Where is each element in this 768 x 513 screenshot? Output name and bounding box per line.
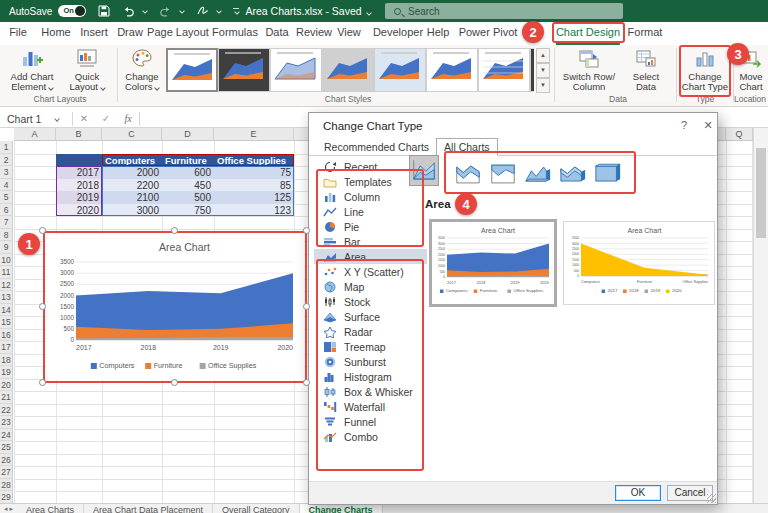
column-header-d[interactable]: D <box>162 128 214 141</box>
select-data-button[interactable]: Select Data <box>624 48 668 92</box>
chart-type-surface[interactable]: Surface <box>314 309 427 324</box>
chart-style-thumb-3[interactable] <box>270 48 322 92</box>
row-header-20[interactable]: 20 <box>0 379 13 392</box>
ribbon-tab-file[interactable]: File <box>9 22 27 43</box>
chart-style-thumb-4[interactable] <box>322 48 374 92</box>
row-header-17[interactable]: 17 <box>0 341 13 354</box>
selection-handle[interactable] <box>303 303 310 310</box>
autosave-toggle[interactable]: On <box>58 5 86 17</box>
row-header-27[interactable]: 27 <box>0 466 13 479</box>
column-header-a[interactable]: A <box>14 128 56 141</box>
quick-layout-button[interactable]: Quick Layout <box>62 48 112 92</box>
chart-type-line[interactable]: Line <box>314 204 427 219</box>
subtype-3-d-100-stacked-area[interactable] <box>593 159 623 190</box>
embedded-area-chart[interactable]: Area Chart050010001500200025003000350020… <box>46 234 304 380</box>
selection-handle[interactable] <box>39 227 46 234</box>
selection-handle[interactable] <box>303 379 310 386</box>
row-header-25[interactable]: 25 <box>0 441 13 454</box>
cell-b2[interactable] <box>56 154 102 167</box>
column-header-q[interactable]: Q <box>726 128 753 141</box>
tab-all-charts[interactable]: All Charts <box>436 138 498 156</box>
enter-entry-icon[interactable]: ✓ <box>95 113 117 124</box>
row-header-5[interactable]: 5 <box>0 191 13 204</box>
cell-value[interactable]: 2000 <box>102 166 162 179</box>
chart-style-thumb-8[interactable] <box>530 48 534 92</box>
chart-style-thumb-2[interactable] <box>218 48 270 92</box>
ribbon-tab-help[interactable]: Help <box>427 22 450 43</box>
cell-header-furniture[interactable]: Furniture <box>162 154 214 167</box>
ribbon-tab-format[interactable]: Format <box>628 22 663 43</box>
ribbon-tab-power-pivot[interactable]: Power Pivot <box>459 22 518 43</box>
selection-handle[interactable] <box>171 379 178 386</box>
row-header-7[interactable]: 7 <box>0 216 13 229</box>
sheet-tab-area-charts[interactable]: Area Charts <box>17 504 84 513</box>
row-header-28[interactable]: 28 <box>0 479 13 492</box>
row-header-23[interactable]: 23 <box>0 416 13 429</box>
sheet-tab-change-charts[interactable]: Change Charts <box>300 504 383 513</box>
chart-style-thumb-1[interactable] <box>166 48 218 92</box>
ribbon-tab-review[interactable]: Review <box>296 22 332 43</box>
cell-value[interactable]: 500 <box>162 191 214 204</box>
ribbon-tab-data[interactable]: Data <box>265 22 288 43</box>
cell-value[interactable]: 123 <box>214 204 294 217</box>
row-header-14[interactable]: 14 <box>0 304 13 317</box>
subtype-3-d-area[interactable] <box>523 159 553 190</box>
dialog-help-button[interactable]: ? <box>677 119 691 131</box>
chart-type-box-whisker[interactable]: Box & Whisker <box>314 384 427 399</box>
row-header-12[interactable]: 12 <box>0 279 13 292</box>
cell-value[interactable]: 2200 <box>102 179 162 192</box>
cell-year-2019[interactable]: 2019 <box>56 191 102 204</box>
chart-style-thumb-5[interactable] <box>374 48 426 92</box>
selection-handle[interactable] <box>39 303 46 310</box>
subtype-2-d-area[interactable] <box>409 155 439 186</box>
chart-type-pie[interactable]: Pie <box>314 219 427 234</box>
cell-value[interactable]: 2100 <box>102 191 162 204</box>
chart-type-funnel[interactable]: Funnel <box>314 414 427 429</box>
row-header-10[interactable]: 10 <box>0 254 13 267</box>
row-header-8[interactable]: 8 <box>0 229 13 242</box>
row-header-3[interactable]: 3 <box>0 166 13 179</box>
tab-recommended-charts[interactable]: Recommended Charts <box>317 139 436 155</box>
subtype-3-d-stacked-area[interactable] <box>558 159 588 190</box>
subtype-stacked-area[interactable] <box>453 159 483 190</box>
gallery-scroll-up-icon[interactable]: ▲ <box>536 48 550 63</box>
search-input[interactable]: Search <box>385 3 623 19</box>
ribbon-tab-chart-design[interactable]: Chart Design <box>556 22 620 45</box>
cell-year-2017[interactable]: 2017 <box>56 166 102 179</box>
chart-type-column[interactable]: Column <box>314 189 427 204</box>
cell-value[interactable]: 600 <box>162 166 214 179</box>
sheet-tab-overall-category[interactable]: Overall Category <box>213 504 300 513</box>
insert-function-icon[interactable]: fx <box>117 113 139 124</box>
undo-dropdown-icon[interactable] <box>143 8 149 14</box>
scrollbar-thumb[interactable] <box>756 148 766 238</box>
sheet-tab-area-chart-data-placement[interactable]: Area Chart Data Placement <box>84 504 213 513</box>
cell-value[interactable]: 450 <box>162 179 214 192</box>
dialog-close-icon[interactable]: ✕ <box>701 119 715 132</box>
chart-type-treemap[interactable]: Treemap <box>314 339 427 354</box>
vertical-scrollbar[interactable] <box>753 128 768 503</box>
column-header-b[interactable]: B <box>56 128 102 141</box>
cell-header-computers[interactable]: Computers <box>102 154 162 167</box>
row-header-24[interactable]: 24 <box>0 429 13 442</box>
change-colors-button[interactable]: Change Colors <box>120 48 164 92</box>
cell-value[interactable]: 125 <box>214 191 294 204</box>
row-header-18[interactable]: 18 <box>0 354 13 367</box>
chart-style-thumb-7[interactable] <box>478 48 530 92</box>
preview-area-chart-selected[interactable]: Area Chart050010001500200025003000350020… <box>429 219 557 307</box>
save-icon[interactable] <box>98 5 110 17</box>
row-header-4[interactable]: 4 <box>0 179 13 192</box>
selection-handle[interactable] <box>303 227 310 234</box>
chart-type-area[interactable]: Area <box>314 249 427 264</box>
ribbon-tab-view[interactable]: View <box>337 22 361 43</box>
cell-header-office-supplies[interactable]: Office Supplies <box>214 154 294 167</box>
chart-type-radar[interactable]: Radar <box>314 324 427 339</box>
gallery-more-icon[interactable]: ▼ <box>536 78 550 93</box>
cell-value[interactable]: 75 <box>214 166 294 179</box>
row-header-16[interactable]: 16 <box>0 329 13 342</box>
row-header-21[interactable]: 21 <box>0 391 13 404</box>
column-header-c[interactable]: C <box>102 128 162 141</box>
ink-gesture-icon[interactable] <box>196 5 209 17</box>
column-header-e[interactable]: E <box>214 128 294 141</box>
chart-type-map[interactable]: Map <box>314 279 427 294</box>
cell-value[interactable]: 3000 <box>102 204 162 217</box>
